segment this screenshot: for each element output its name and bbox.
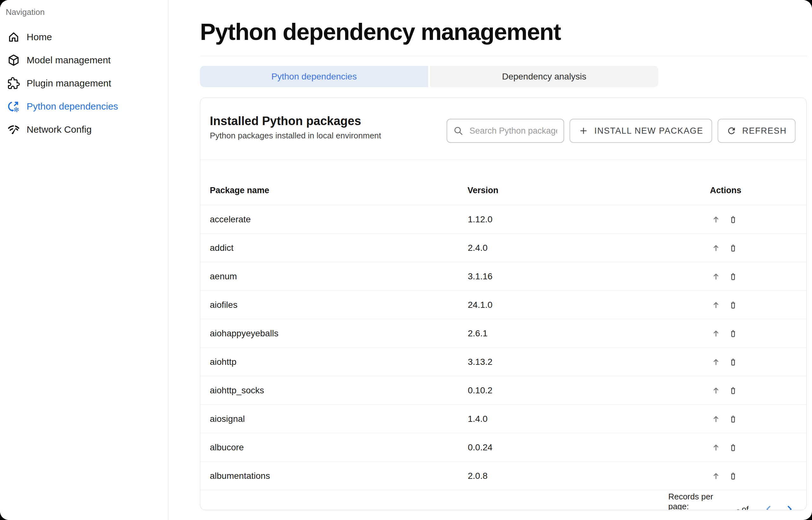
column-header-actions: Actions — [710, 160, 806, 205]
trash-icon — [728, 385, 738, 395]
delete-package-button[interactable] — [728, 328, 739, 339]
table-row: aiosignal 1.4.0 — [200, 405, 806, 433]
upload-arrow-icon — [711, 271, 721, 282]
refresh-icon — [727, 126, 737, 136]
trash-icon — [728, 442, 738, 452]
table-row: albumentations 2.0.8 — [200, 462, 806, 490]
delete-package-button[interactable] — [728, 356, 739, 368]
delete-package-button[interactable] — [728, 385, 739, 396]
delete-package-button[interactable] — [728, 242, 739, 254]
title-divider — [200, 56, 807, 56]
records-per-page-label: Records per page: — [668, 492, 726, 511]
upgrade-package-button[interactable] — [710, 299, 722, 311]
install-new-package-button[interactable]: INSTALL NEW PACKAGE — [569, 119, 712, 143]
upload-arrow-icon — [711, 300, 721, 310]
upload-arrow-icon — [711, 329, 721, 339]
delete-package-button[interactable] — [728, 470, 739, 482]
card-header-actions: INSTALL NEW PACKAGE REFRESH — [447, 119, 795, 143]
upgrade-package-button[interactable] — [710, 271, 722, 282]
upgrade-package-button[interactable] — [710, 413, 722, 425]
refresh-button-label: REFRESH — [742, 126, 787, 136]
sidebar-item-plugin-management[interactable]: Plugin management — [0, 72, 168, 95]
package-name-cell: aenum — [200, 262, 467, 291]
delete-package-button[interactable] — [728, 214, 739, 225]
package-version-cell: 1.12.0 — [467, 205, 710, 234]
sidebar-item-label: Model management — [27, 55, 110, 66]
upgrade-package-button[interactable] — [710, 442, 722, 453]
app-window: Navigation Home Model management Plugin … — [0, 0, 812, 520]
sidebar-item-label: Plugin management — [27, 78, 111, 89]
package-name-cell: addict — [200, 234, 467, 262]
delete-package-button[interactable] — [728, 413, 739, 425]
packages-table: Package name Version Actions accelerate … — [200, 160, 806, 490]
home-icon — [7, 30, 20, 44]
install-button-label: INSTALL NEW PACKAGE — [594, 126, 703, 136]
upload-arrow-icon — [711, 442, 721, 452]
python-dependencies-sync-gear-icon — [7, 100, 20, 113]
package-version-cell: 3.1.16 — [467, 262, 710, 291]
tab-dependency-analysis[interactable]: Dependency analysis — [430, 66, 658, 87]
card-header: Installed Python packages Python package… — [200, 98, 806, 160]
search-icon — [453, 125, 464, 136]
records-per-page: Records per page: 10 — [668, 492, 726, 511]
search-box — [447, 119, 564, 143]
column-header-package-name: Package name — [200, 160, 467, 205]
trash-icon — [728, 271, 738, 282]
package-version-cell: 1.4.0 — [467, 405, 710, 433]
upgrade-package-button[interactable] — [710, 214, 722, 225]
package-version-cell: 24.1.0 — [467, 291, 710, 319]
table-header-row: Package name Version Actions — [200, 160, 806, 205]
sidebar: Navigation Home Model management Plugin … — [0, 0, 168, 520]
package-version-cell: 2.0.8 — [467, 462, 710, 490]
installed-packages-card: Installed Python packages Python package… — [200, 98, 807, 510]
sidebar-item-model-management[interactable]: Model management — [0, 48, 168, 72]
tab-python-dependencies[interactable]: Python dependencies — [200, 66, 428, 87]
upgrade-package-button[interactable] — [710, 242, 722, 254]
package-name-cell: aiosignal — [200, 405, 467, 433]
sidebar-item-label: Network Config — [27, 124, 92, 135]
package-version-cell: 3.13.2 — [467, 348, 710, 376]
trash-icon — [728, 214, 738, 225]
chevron-left-icon — [763, 504, 774, 510]
plugin-puzzle-icon — [7, 77, 20, 90]
trash-icon — [728, 243, 738, 253]
chevron-right-icon — [784, 504, 794, 510]
upload-arrow-icon — [711, 414, 721, 424]
delete-package-button[interactable] — [728, 271, 739, 282]
plus-icon — [579, 126, 589, 136]
sidebar-item-python-dependencies[interactable]: Python dependencies — [0, 95, 168, 118]
main-content: Python dependency management Python depe… — [168, 0, 812, 520]
upgrade-package-button[interactable] — [710, 385, 722, 396]
package-name-cell: aiohttp_socks — [200, 376, 467, 405]
page-title: Python dependency management — [200, 0, 807, 47]
model-cube-icon — [7, 54, 20, 67]
sidebar-item-home[interactable]: Home — [0, 25, 168, 48]
upgrade-package-button[interactable] — [710, 356, 722, 368]
sidebar-header: Navigation — [0, 0, 168, 17]
refresh-button[interactable]: REFRESH — [717, 119, 795, 143]
upload-arrow-icon — [711, 471, 721, 481]
upload-arrow-icon — [711, 357, 721, 367]
table-row: aiofiles 24.1.0 — [200, 291, 806, 319]
package-name-cell: aiohttp — [200, 348, 467, 376]
package-version-cell: 2.6.1 — [467, 319, 710, 348]
sidebar-item-network-config[interactable]: Network Config — [0, 118, 168, 141]
delete-package-button[interactable] — [728, 442, 739, 453]
trash-icon — [728, 414, 738, 424]
trash-icon — [728, 300, 738, 310]
table-row: addict 2.4.0 — [200, 234, 806, 262]
network-check-icon — [7, 123, 20, 136]
upgrade-package-button[interactable] — [710, 328, 722, 339]
table-row: aiohttp 3.13.2 — [200, 348, 806, 376]
next-page-button[interactable] — [784, 504, 795, 510]
upload-arrow-icon — [711, 214, 721, 225]
pagination-bar: Records per page: 10 - of — [200, 490, 806, 510]
package-version-cell: 2.4.0 — [467, 234, 710, 262]
upload-arrow-icon — [711, 243, 721, 253]
delete-package-button[interactable] — [728, 299, 739, 311]
search-input[interactable] — [469, 126, 558, 136]
tab-bar: Python dependencies Dependency analysis — [200, 66, 658, 87]
upload-arrow-icon — [711, 385, 721, 395]
previous-page-button[interactable] — [763, 504, 774, 510]
upgrade-package-button[interactable] — [710, 470, 722, 482]
